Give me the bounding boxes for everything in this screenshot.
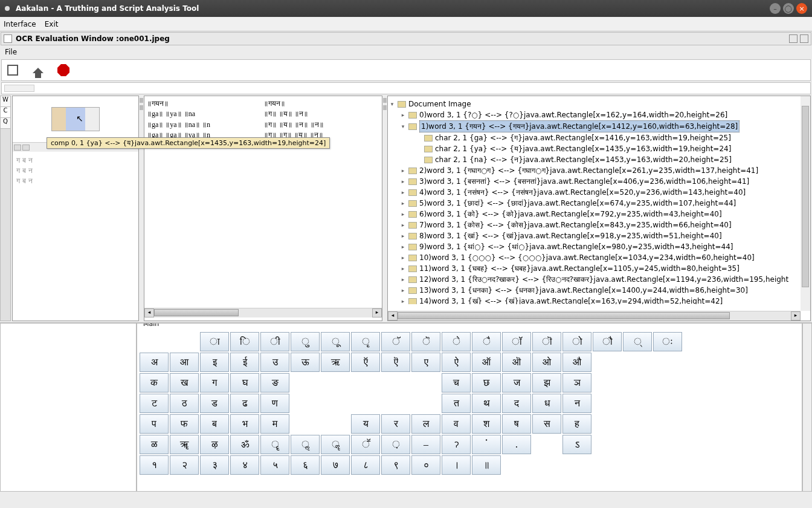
save-button[interactable]: [5, 63, 20, 77]
key-थ[interactable]: थ: [472, 394, 501, 413]
key-४[interactable]: ४: [230, 455, 259, 475]
key-स[interactable]: स: [532, 414, 561, 434]
key-्[interactable]: ्: [623, 332, 652, 351]
tab-q[interactable]: Q: [1, 118, 10, 129]
key-२[interactable]: २: [170, 455, 199, 475]
maximize-button[interactable]: ◯: [783, 3, 794, 14]
key-ह[interactable]: ह: [562, 414, 591, 434]
key-े[interactable]: े: [442, 332, 471, 351]
key-ी[interactable]: ी: [260, 332, 289, 351]
splitter-2[interactable]: [382, 96, 387, 321]
tree-node[interactable]: ▸2)word 3, 1 {गघाग○ग} <--> {गघाग○ग}java.…: [389, 165, 809, 176]
key-०[interactable]: ०: [411, 455, 440, 475]
key-७[interactable]: ७: [321, 455, 350, 475]
key-ऽ[interactable]: ऽ: [562, 435, 591, 454]
key-ॉ[interactable]: ॉ: [502, 332, 531, 351]
key-ज[interactable]: ज: [502, 373, 531, 392]
key-ॱ[interactable]: ॱ: [472, 435, 501, 454]
close-button[interactable]: ×: [796, 3, 807, 14]
key-ॠ[interactable]: ॠ: [170, 435, 199, 454]
key-८[interactable]: ८: [351, 455, 380, 475]
key-ॄ[interactable]: ॄ: [260, 435, 289, 454]
key-श[interactable]: श: [472, 414, 501, 434]
key-ि[interactable]: ि: [230, 332, 259, 351]
key-उ[interactable]: उ: [260, 353, 289, 372]
key-ल[interactable]: ल: [411, 414, 440, 434]
key-ॊ[interactable]: ॊ: [532, 332, 561, 351]
key-ढ[interactable]: ढ: [230, 394, 259, 413]
key-च[interactable]: च: [442, 373, 471, 392]
tree-node[interactable]: ▸5)word 3, 1 {छादां} <--> {छादां}java.aw…: [389, 198, 809, 209]
key-५[interactable]: ५: [260, 455, 289, 475]
tree-root[interactable]: ▾Document Image: [389, 99, 809, 109]
key-य[interactable]: य: [351, 414, 380, 434]
key-६[interactable]: ६: [291, 455, 320, 475]
key-ठ[interactable]: ठ: [170, 394, 199, 413]
key-ै[interactable]: ै: [472, 332, 501, 351]
key-ओ[interactable]: ओ: [532, 353, 561, 372]
key-ु[interactable]: ु: [291, 332, 320, 351]
key-ऴ[interactable]: ऴ: [200, 435, 229, 454]
key-छ[interactable]: छ: [472, 373, 501, 392]
key-फ[interactable]: फ: [170, 414, 199, 434]
scroll-right-icon[interactable]: ▸: [372, 308, 382, 318]
key-१[interactable]: १: [140, 455, 169, 475]
key-इ[interactable]: इ: [200, 353, 229, 372]
splitter-1[interactable]: [139, 96, 144, 321]
key-औ[interactable]: औ: [562, 353, 591, 372]
key-ग[interactable]: ग: [200, 373, 229, 392]
key-ऊ[interactable]: ऊ: [291, 353, 320, 372]
key-ऎ[interactable]: ऎ: [381, 353, 410, 372]
key-आ[interactable]: आ: [170, 353, 199, 372]
home-button[interactable]: [31, 63, 45, 77]
key-ऒ[interactable]: ऒ: [502, 353, 531, 372]
tree-node[interactable]: ▸10)word 3, 1 {○○○} <--> {○○○}java.awt.R…: [389, 252, 809, 263]
key-ॣ[interactable]: ॣ: [321, 435, 350, 454]
key-़[interactable]: ़: [381, 435, 410, 454]
key-–[interactable]: –: [411, 435, 440, 454]
tree-node[interactable]: char 2, 1 {na} <--> {न}java.awt.Rectangl…: [389, 154, 809, 165]
tree-node[interactable]: ▸12)word 3, 1 {रिउ○नद?खाकर} <--> {रिउ○नद…: [389, 274, 809, 285]
thumbnail-image[interactable]: [51, 107, 100, 131]
key-भ[interactable]: भ: [230, 414, 259, 434]
key-ङ[interactable]: ङ: [260, 373, 289, 392]
key-ः[interactable]: ः: [653, 332, 682, 351]
menu-file[interactable]: File: [5, 48, 17, 56]
tree-node[interactable]: ▸7)word 3, 1 {कोस} <--> {कोस}java.awt.Re…: [389, 220, 809, 230]
tree-node[interactable]: ▸3)word 3, 1 {बसनतां} <--> {बसनतां}java.…: [389, 176, 809, 187]
key-ए[interactable]: ए: [411, 353, 440, 372]
key-ॆ[interactable]: ॆ: [411, 332, 440, 351]
key-।[interactable]: ।: [442, 455, 471, 475]
tree-node[interactable]: char 2, 1 {ya} <--> {य}java.awt.Rectangl…: [389, 143, 809, 154]
key-न[interactable]: न: [562, 394, 591, 413]
key-अ[interactable]: अ: [140, 353, 169, 372]
key-ॽ[interactable]: ॽ: [442, 435, 471, 454]
key-३[interactable]: ३: [200, 455, 229, 475]
tree-node[interactable]: ▸13)word 3, 1 {धनका} <--> {धनका}java.awt…: [389, 285, 809, 296]
key-ॐ[interactable]: ॐ: [230, 435, 259, 454]
key-ृ[interactable]: ृ: [351, 332, 380, 351]
menu-exit[interactable]: Exit: [45, 20, 59, 28]
key-ऐ[interactable]: ऐ: [442, 353, 471, 372]
menu-interface[interactable]: Interface: [4, 20, 36, 28]
key-ऋ[interactable]: ऋ: [321, 353, 350, 372]
tree-node[interactable]: ▾1)word 3, 1 {गयन} <--> {गयन}java.awt.Re…: [389, 120, 809, 132]
key-ट[interactable]: ट: [140, 394, 169, 413]
key-ई[interactable]: ई: [230, 353, 259, 372]
tree-vscroll[interactable]: [801, 96, 810, 311]
key-ड[interactable]: ड: [200, 394, 229, 413]
minimize-button[interactable]: –: [770, 3, 781, 14]
tree-node[interactable]: ▸9)word 3, 1 {थां○} <--> {थां○}java.awt.…: [389, 241, 809, 252]
inner-restore-icon[interactable]: [789, 34, 798, 43]
key-ॅ[interactable]: ॅ: [381, 332, 410, 351]
key-९[interactable]: ९: [381, 455, 410, 475]
tab-c[interactable]: C: [1, 107, 10, 118]
key-ो[interactable]: ो: [562, 332, 591, 351]
key-व[interactable]: व: [442, 414, 471, 434]
comparison-hscroll[interactable]: ◂ ▸: [144, 308, 382, 318]
key-घ[interactable]: घ: [230, 373, 259, 392]
tab-w[interactable]: W: [1, 96, 10, 107]
key-र[interactable]: र: [381, 414, 410, 434]
key-.[interactable]: .: [502, 435, 531, 454]
key-ञ[interactable]: ञ: [562, 373, 591, 392]
